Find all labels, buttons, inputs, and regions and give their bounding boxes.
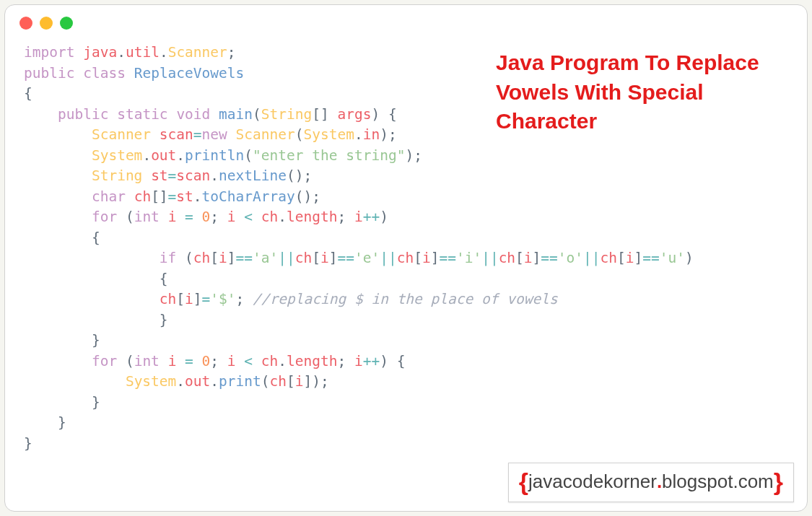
code-token: ch (261, 209, 278, 225)
code-token: i (626, 250, 634, 266)
code-token: [ (414, 250, 422, 266)
code-token: ] (304, 373, 313, 390)
code-token: = (176, 209, 201, 225)
code-token: ; (338, 209, 346, 225)
code-token (24, 312, 160, 328)
code-token (24, 188, 92, 205)
code-token: ) (380, 126, 388, 143)
code-token: . (117, 44, 126, 61)
code-token: = (168, 167, 177, 184)
code-token: == (337, 250, 354, 266)
code-token: i (524, 250, 533, 266)
code-token: = (168, 188, 177, 205)
code-token: = (202, 291, 211, 307)
code-token: ] (533, 250, 541, 266)
code-token: ) (685, 250, 694, 266)
close-icon[interactable] (19, 17, 32, 30)
code-token: } (92, 332, 100, 349)
code-token: || (481, 250, 498, 266)
maximize-icon[interactable] (60, 17, 73, 30)
code-token: public (58, 106, 108, 123)
code-token: ] (329, 250, 338, 266)
code-token: if (160, 250, 176, 266)
code-token: ; (210, 353, 219, 369)
code-token: ) (380, 209, 388, 225)
code-token: ch (160, 291, 176, 307)
code-token: System (126, 373, 176, 390)
code-token: . (193, 188, 202, 205)
code-token: public (24, 65, 74, 82)
code-token: args (338, 106, 372, 123)
code-token: out (185, 373, 210, 390)
code-token: main (219, 106, 253, 123)
code-token: ch (295, 250, 312, 266)
code-token (24, 291, 160, 307)
code-token: void (176, 106, 210, 123)
code-token (24, 126, 92, 143)
code-token: println (185, 147, 244, 164)
code-token: 0 (202, 353, 211, 369)
code-token: ( (261, 373, 270, 390)
code-token (24, 353, 92, 369)
code-token: out (151, 147, 176, 164)
code-token: String (92, 167, 142, 184)
code-token: 'e' (354, 250, 380, 266)
code-token: [ (515, 250, 524, 266)
watermark: {javacodekorner.blogspot.com} (508, 463, 794, 502)
code-token: i (346, 209, 362, 225)
code-token: ; (312, 188, 320, 205)
code-token: ] (227, 250, 236, 266)
code-token: 'a' (253, 250, 278, 266)
code-token: [ (176, 291, 185, 307)
code-token: { (92, 229, 100, 246)
code-token (24, 229, 92, 246)
code-token: [ (210, 250, 219, 266)
code-token: st (151, 167, 167, 184)
code-token: ch (193, 250, 210, 266)
code-token: ( (244, 147, 253, 164)
code-token: () (295, 188, 312, 205)
code-token: i (168, 209, 177, 225)
code-token (24, 271, 160, 287)
code-token: ch (601, 250, 617, 266)
code-token: } (92, 394, 100, 411)
code-token: System (92, 147, 142, 164)
code-token: = (193, 126, 202, 143)
code-token (24, 167, 92, 184)
code-token: . (278, 353, 287, 369)
code-token: import (24, 44, 74, 61)
minimize-icon[interactable] (40, 17, 53, 30)
code-token: i (422, 250, 431, 266)
code-token: < (236, 353, 261, 369)
code-token: ; (303, 167, 312, 184)
code-token: . (354, 126, 363, 143)
code-token: == (541, 250, 557, 266)
code-token: i (320, 250, 329, 266)
code-token: ) (371, 106, 380, 123)
code-token: ch (134, 188, 151, 205)
code-token: print (219, 373, 261, 390)
code-token: . (142, 147, 151, 164)
code-token: new (202, 126, 227, 143)
code-token: . (210, 167, 219, 184)
code-token: "enter the string" (253, 147, 405, 164)
page-title: Java Program To Replace Vowels With Spec… (496, 48, 778, 136)
code-token: ch (261, 353, 278, 369)
code-token: for (92, 353, 117, 369)
code-token: ch (397, 250, 414, 266)
code-token: ch (499, 250, 515, 266)
code-token: == (642, 250, 659, 266)
code-token: class (83, 65, 126, 82)
code-token: toCharArray (202, 188, 295, 205)
code-token (24, 414, 58, 431)
code-token: '$' (210, 291, 235, 307)
code-token (24, 332, 92, 349)
code-token: for (92, 209, 117, 225)
code-token: int (134, 209, 160, 225)
code-token: { (160, 271, 168, 287)
code-token: String (261, 106, 312, 123)
code-token: { (24, 85, 32, 102)
watermark-suffix: blogspot.com (662, 471, 774, 492)
code-token: static (117, 106, 167, 123)
code-token: ] (193, 291, 202, 307)
